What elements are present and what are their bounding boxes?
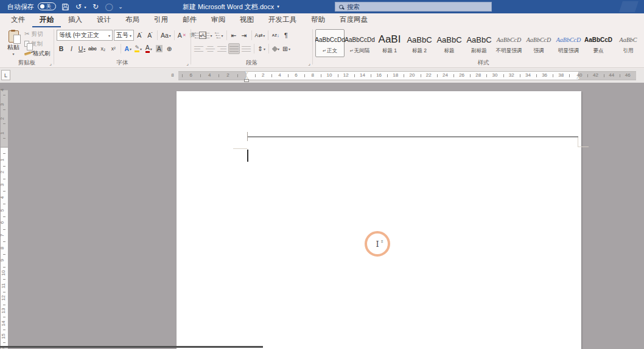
ibeam-cursor-icon: I≡	[376, 240, 379, 248]
tab-帮助[interactable]: 帮助	[304, 13, 332, 27]
style-强调[interactable]: AaBbCcD强调	[524, 29, 553, 57]
italic-button[interactable]: I	[67, 43, 76, 54]
style-preview: AaBI	[379, 32, 401, 47]
bold-button[interactable]: B	[57, 43, 66, 54]
clipboard-dialog-launcher[interactable]: ⌟	[49, 61, 52, 66]
change-case-button[interactable]: Aa▾	[160, 30, 172, 41]
format-painter-button[interactable]: 格式刷	[24, 49, 51, 58]
chevron-down-icon: ▾	[140, 47, 142, 51]
paragraph-dialog-launcher[interactable]: ⌟	[308, 61, 310, 66]
chevron-down-icon: ▾	[289, 47, 290, 51]
tab-文件[interactable]: 文件	[4, 13, 32, 27]
shrink-font-button[interactable]: Aˇ	[145, 30, 155, 41]
tab-审阅[interactable]: 审阅	[204, 13, 233, 27]
save-button[interactable]	[60, 0, 71, 13]
change-case-icon: Aa	[161, 32, 169, 39]
sync-button[interactable]: ◯	[105, 0, 113, 13]
tab-布局[interactable]: 布局	[118, 13, 147, 27]
justify-button[interactable]: ——— ——— ———	[228, 43, 240, 54]
chevron-down-icon: ▾	[130, 47, 131, 51]
font-name-combobox[interactable]: 等线 (中文正文 ▾	[57, 30, 113, 41]
search-box[interactable]	[335, 2, 492, 12]
subscript-button[interactable]: x₂	[99, 43, 108, 54]
grow-font-button[interactable]: Aˆ	[135, 30, 144, 41]
redo-button[interactable]: ↻	[91, 0, 100, 13]
style-明显强调[interactable]: AaBbCcD明显强调	[554, 29, 583, 57]
paragraph-group-label: 段落	[191, 59, 312, 67]
font-size-combobox[interactable]: 五号 ▾	[114, 30, 134, 41]
decrease-indent-button[interactable]: ⇤	[229, 30, 239, 41]
align-left-button[interactable]: ——— —— ———	[194, 43, 204, 54]
ruler-number: 4	[0, 196, 5, 199]
style-标题[interactable]: AaBbC标题	[435, 29, 464, 57]
ruler-number: 7	[0, 234, 5, 237]
toggle-knob-icon	[40, 4, 44, 9]
multilevel-list-button[interactable]: •— •— •—▾	[214, 30, 224, 41]
enclose-characters-button[interactable]: ⊕	[165, 43, 174, 54]
align-center-button[interactable]: —— ——— ——	[205, 43, 215, 54]
document-page[interactable]: I≡	[177, 91, 581, 349]
undo-dropdown[interactable]: ▾	[83, 0, 88, 13]
tab-开始[interactable]: 开始	[32, 13, 61, 27]
undo-button[interactable]: ↺	[74, 0, 83, 13]
ruler-number: 42	[593, 73, 598, 78]
asian-layout-button[interactable]: A⇄▾	[254, 30, 266, 41]
paste-button[interactable]: 粘贴 ▾	[4, 29, 23, 57]
cut-button[interactable]: ✂ 剪切	[24, 30, 51, 38]
ruler-number: 9	[0, 259, 5, 261]
font-color-button[interactable]: A▾	[144, 43, 153, 54]
distribute-button[interactable]: ——— ——— ———	[241, 43, 251, 54]
autosave-toggle[interactable]: 关	[38, 2, 56, 10]
superscript-button[interactable]: x²	[109, 43, 118, 54]
right-indent-marker[interactable]: ▲	[576, 75, 581, 80]
style-要点[interactable]: AaBbCcD要点	[584, 29, 613, 57]
style-标题 1[interactable]: AaBI标题 1	[375, 29, 404, 57]
underline-button[interactable]: U▾	[77, 43, 86, 54]
chevron-down-icon: ▾	[169, 33, 171, 38]
search-input[interactable]	[347, 3, 475, 10]
show-hide-marks-button[interactable]: ¶	[281, 30, 290, 41]
style-副标题[interactable]: AaBbC副标题	[464, 29, 494, 57]
line-spacing-button[interactable]: ⇕▾	[257, 43, 266, 54]
divider	[254, 44, 254, 54]
style-正文[interactable]: AaBbCcDd↵正文	[315, 29, 345, 57]
v-ruler-marks: 432112345678910111213141516	[1, 85, 8, 349]
text-effects-button[interactable]: A▾	[124, 43, 133, 54]
style-不明显强调[interactable]: AaBbCcD不明显强调	[494, 29, 523, 57]
bullets-button[interactable]: •— •— •—▾	[194, 30, 203, 41]
align-right-button[interactable]: ——— —— ———	[217, 43, 227, 54]
ruler-number: 20	[410, 73, 415, 78]
increase-indent-button[interactable]: ⇥	[240, 30, 249, 41]
character-shading-button[interactable]: A	[155, 43, 164, 54]
sort-button[interactable]: AZ↓	[271, 30, 280, 41]
style-name: 标题	[444, 47, 455, 55]
ruler-number: 3	[0, 103, 5, 105]
left-indent-marker[interactable]	[244, 79, 249, 82]
numbering-button[interactable]: 1— 2— 3—▾	[204, 30, 213, 41]
paragraph-group: •— •— •—▾ 1— 2— 3—▾ •— •— •—▾ ⇤ ⇥ A⇄▾ AZ…	[191, 27, 312, 67]
font-group-label: 字体	[54, 59, 191, 67]
tab-邮件[interactable]: 邮件	[175, 13, 204, 27]
clear-formatting-button[interactable]: A✕	[177, 30, 187, 41]
tab-视图[interactable]: 视图	[233, 13, 261, 27]
copy-button[interactable]: 复制	[24, 40, 51, 48]
style-引用[interactable]: AaBbC引用	[614, 29, 643, 57]
ruler-number: 16	[376, 73, 382, 78]
highlight-color-button[interactable]: ✎▾	[134, 43, 143, 54]
font-dialog-launcher[interactable]: ⌟	[186, 61, 189, 66]
style-标题 2[interactable]: AaBbC标题 2	[405, 29, 434, 57]
ruler-number: 15	[1, 333, 6, 339]
tab-百度网盘[interactable]: 百度网盘	[332, 13, 375, 27]
document-title[interactable]: 新建 Microsoft Word 文档.docx ▾	[183, 0, 279, 13]
shading-button[interactable]: ▾	[271, 43, 281, 54]
tab-引用[interactable]: 引用	[147, 13, 175, 27]
tab-开发工具[interactable]: 开发工具	[261, 13, 304, 27]
borders-button[interactable]: ⊞▾	[282, 43, 291, 54]
strikethrough-button[interactable]: abc	[88, 43, 97, 54]
qat-customize-button[interactable]: ⌄	[117, 0, 124, 13]
style-preview: AaBbCcD	[527, 32, 551, 47]
tab-插入[interactable]: 插入	[61, 13, 89, 27]
tab-设计[interactable]: 设计	[89, 13, 118, 27]
style-无间隔[interactable]: AaBbCcDd↵无间隔	[345, 29, 374, 57]
style-name: 强调	[534, 47, 544, 55]
